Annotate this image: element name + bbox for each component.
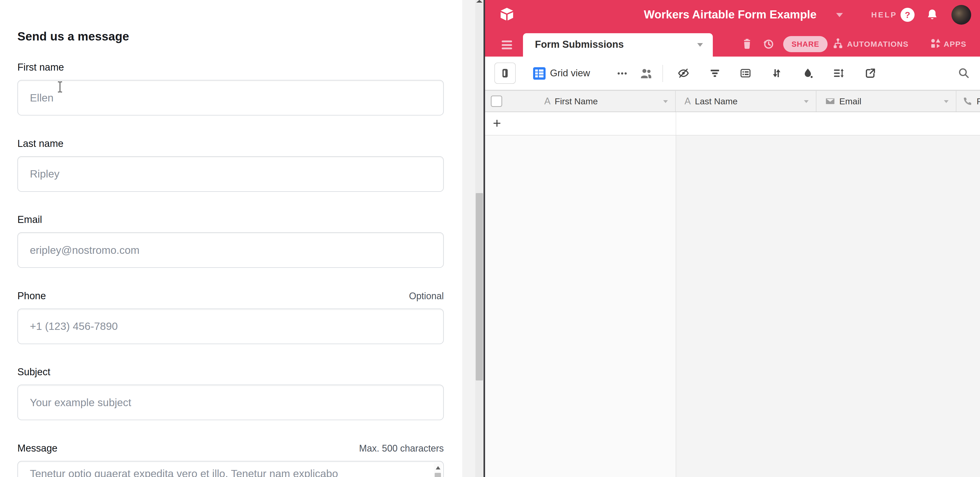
share-button[interactable]: SHARE: [783, 36, 827, 52]
input-first-name[interactable]: Ellen: [18, 80, 444, 116]
input-subject[interactable]: Your example subject: [18, 385, 444, 420]
form-field-phone: PhoneOptional+1 (123) 456-7890: [18, 290, 444, 366]
field-label: Last name: [18, 138, 64, 149]
column-name: Last Name: [695, 96, 737, 106]
column-header-first-name[interactable]: AFirst Name: [502, 91, 676, 112]
form-title: Send us a message: [18, 29, 129, 43]
scrollbar-up-arrow-icon[interactable]: [476, 0, 482, 3]
field-label: Subject: [18, 366, 50, 377]
column-divider: [676, 135, 676, 477]
field-label: Email: [18, 214, 42, 225]
grid-first-column-area: [485, 135, 676, 477]
history-icon[interactable]: [762, 38, 774, 50]
hide-fields-icon[interactable]: [678, 67, 689, 79]
column-name: First Name: [555, 96, 598, 106]
field-label: Message: [18, 443, 57, 454]
group-icon[interactable]: [740, 67, 751, 79]
view-toolbar: Grid view: [485, 57, 980, 90]
grid-view-icon[interactable]: [533, 67, 546, 80]
field-placeholder: Ripley: [30, 168, 59, 180]
select-all-checkbox[interactable]: [491, 95, 502, 107]
input-last-name[interactable]: Ripley: [18, 156, 444, 192]
form-field-first-name: First nameEllen: [18, 62, 444, 137]
textarea-scroll-up-icon[interactable]: [436, 466, 441, 469]
field-label: Phone: [18, 290, 46, 301]
single-line-text-field-icon: A: [684, 97, 691, 106]
view-name-label[interactable]: Grid view: [550, 57, 590, 90]
phone-field-icon: [963, 96, 972, 106]
column-header-p[interactable]: P: [956, 91, 980, 112]
input-email[interactable]: eripley@nostromo.com: [18, 232, 444, 268]
add-record-plus-icon[interactable]: +: [493, 112, 501, 135]
sort-icon[interactable]: [771, 67, 783, 79]
column-divider: [676, 112, 676, 135]
tab-label: Form Submissions: [535, 33, 624, 57]
automations-button[interactable]: AUTOMATIONS: [847, 0, 908, 57]
base-title-caret-icon[interactable]: [836, 13, 843, 17]
panel-gap: [462, 0, 475, 477]
airtable-panel: Workers Airtable Form Example HELP ? For…: [485, 0, 980, 477]
tab-form-submissions[interactable]: Form Submissions: [523, 33, 713, 57]
column-header-last-name[interactable]: ALast Name: [676, 91, 816, 112]
grid-empty-area: [485, 135, 980, 477]
base-title[interactable]: Workers Airtable Form Example: [644, 0, 816, 29]
apps-button[interactable]: APPS: [943, 0, 967, 57]
column-caret-icon[interactable]: [804, 100, 809, 103]
view-sidebar-toggle-button[interactable]: [495, 63, 516, 84]
column-caret-icon[interactable]: [944, 100, 948, 103]
screen: Send us a message First nameEllenLast na…: [0, 0, 980, 477]
field-placeholder: Your example subject: [30, 396, 131, 409]
field-note: Optional: [409, 291, 444, 301]
toolbar-divider: [662, 65, 663, 82]
scrollbar-thumb[interactable]: [476, 193, 483, 380]
view-options-ellipsis-icon[interactable]: [616, 68, 628, 79]
tab-caret-icon[interactable]: [697, 43, 703, 47]
textarea-scrollbar[interactable]: [434, 463, 442, 477]
apps-icon[interactable]: [930, 37, 942, 49]
field-label: First name: [18, 62, 64, 73]
form-field-email: Emaileripley@nostromo.com: [18, 214, 444, 289]
share-view-icon[interactable]: [864, 67, 877, 79]
input-phone[interactable]: +1 (123) 456-7890: [18, 309, 444, 344]
field-placeholder: Ellen: [30, 92, 54, 104]
airtable-topbar: Workers Airtable Form Example HELP ? For…: [485, 0, 980, 57]
automations-icon[interactable]: [832, 37, 844, 49]
table-header-row: AFirst NameALast NameEmailP: [485, 90, 980, 112]
sidebar-menu-icon[interactable]: [502, 41, 512, 49]
field-placeholder: eripley@nostromo.com: [30, 244, 140, 256]
column-header-email[interactable]: Email: [816, 91, 956, 112]
add-record-row[interactable]: +: [485, 112, 980, 135]
record-color-icon[interactable]: [802, 67, 814, 79]
email-field-icon: [825, 96, 835, 106]
search-icon[interactable]: [958, 67, 970, 79]
textarea-scroll-thumb[interactable]: [435, 473, 441, 477]
column-caret-icon[interactable]: [663, 100, 668, 103]
field-placeholder: +1 (123) 456-7890: [30, 320, 118, 333]
contact-form-panel: Send us a message First nameEllenLast na…: [0, 0, 462, 477]
form-field-subject: SubjectYour example subject: [18, 366, 444, 442]
column-name: P: [977, 96, 980, 106]
column-name: Email: [839, 96, 861, 106]
form-field-last-name: Last nameRipley: [18, 138, 444, 213]
airtable-logo-icon[interactable]: [499, 6, 515, 23]
field-note: Max. 500 characters: [359, 443, 444, 454]
single-line-text-field-icon: A: [544, 97, 550, 106]
trash-icon[interactable]: [741, 38, 753, 50]
textarea-message[interactable]: Tenetur optio quaerat expedita vero et i…: [18, 461, 444, 477]
field-placeholder: Tenetur optio quaerat expedita vero et i…: [30, 467, 338, 477]
text-cursor-ibeam: [57, 81, 64, 93]
notifications-bell-icon[interactable]: [926, 8, 939, 21]
row-height-icon[interactable]: [832, 67, 845, 79]
filter-icon[interactable]: [709, 67, 721, 79]
form-field-message: MessageMax. 500 charactersTenetur optio …: [18, 443, 444, 477]
collaborators-icon[interactable]: [639, 67, 653, 80]
